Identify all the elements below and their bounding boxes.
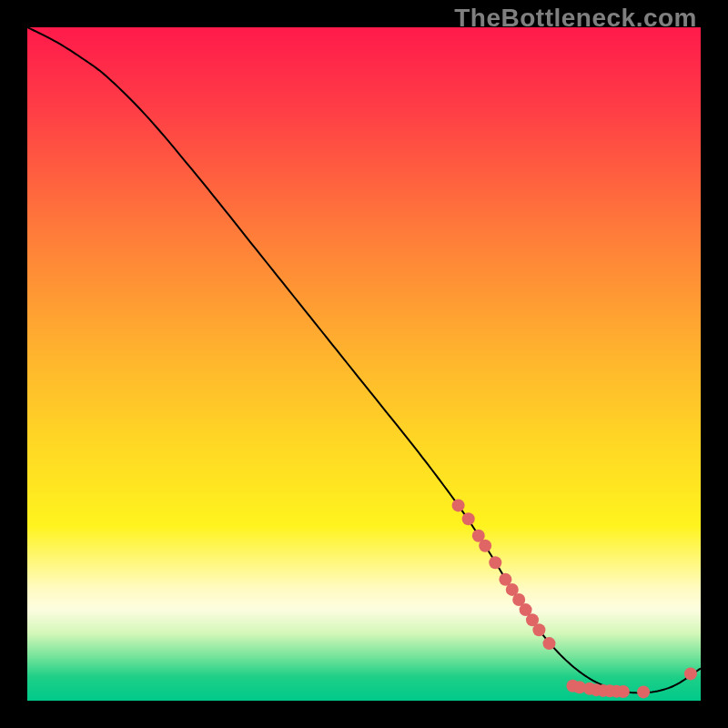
chart-area	[27, 27, 701, 701]
curve-canvas	[27, 27, 701, 701]
